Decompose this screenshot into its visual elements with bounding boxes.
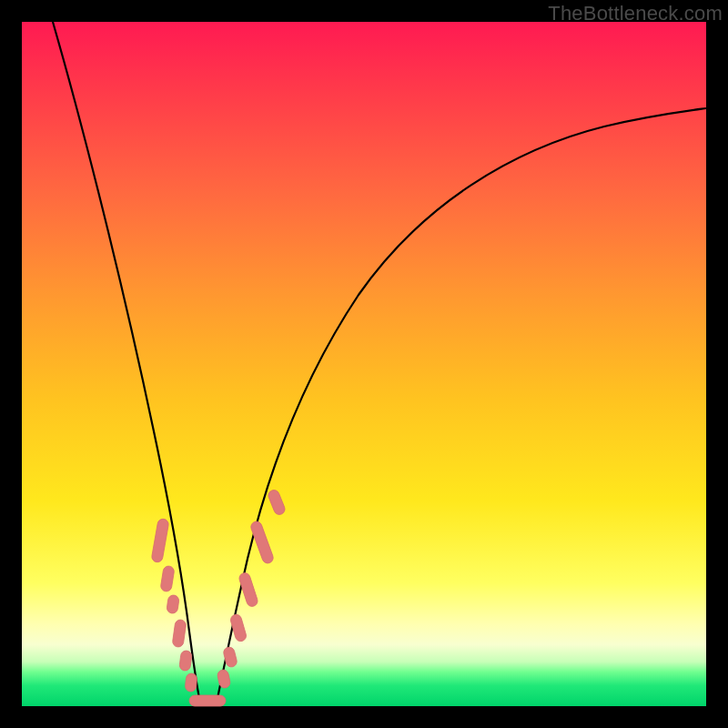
- marker: [151, 518, 169, 562]
- plot-area: [22, 22, 706, 706]
- marker: [167, 594, 180, 613]
- watermark-text: TheBottleneck.com: [548, 2, 723, 25]
- marker: [249, 520, 275, 564]
- chart-frame: TheBottleneck.com: [0, 0, 728, 728]
- marker: [172, 619, 187, 647]
- marker: [185, 672, 197, 692]
- curve-layer: [22, 22, 706, 706]
- marker: [267, 489, 287, 516]
- marker: [160, 565, 175, 592]
- curve-right-branch: [217, 108, 706, 703]
- marker: [189, 695, 226, 706]
- marker: [217, 669, 231, 689]
- marker: [179, 650, 193, 671]
